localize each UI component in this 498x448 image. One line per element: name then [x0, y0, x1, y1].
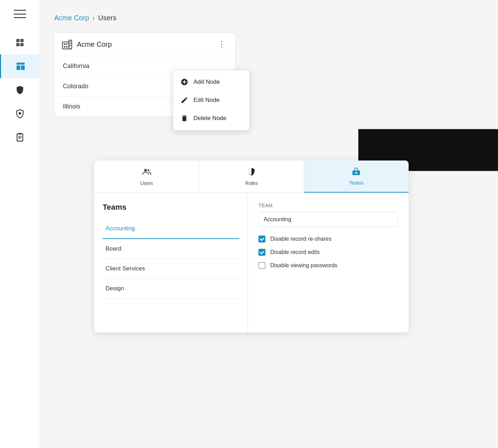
shield-icon: [14, 84, 25, 96]
teams-section-title: Teams: [103, 203, 239, 212]
breadcrumb-link[interactable]: Acme Corp: [54, 14, 89, 22]
breadcrumb-separator: ›: [93, 14, 95, 22]
teams-list: Teams Accounting Board Client Services D…: [94, 193, 248, 333]
svg-rect-19: [70, 42, 71, 43]
main-content: Acme Corp › Users Acme Corp: [40, 0, 498, 448]
svg-point-26: [147, 169, 149, 171]
svg-rect-2: [16, 43, 20, 46]
delete-node-icon: [180, 114, 189, 122]
detail-card: Users Roles: [94, 160, 409, 333]
team-detail-label: Team: [258, 203, 398, 208]
team-item-design[interactable]: Design: [103, 279, 239, 299]
checkbox-row-viewing: Disable viewing passwords: [258, 262, 398, 269]
svg-rect-3: [20, 43, 23, 46]
checkbox-viewing-label: Disable viewing passwords: [270, 262, 337, 269]
svg-rect-1: [20, 39, 23, 42]
context-menu-add-node[interactable]: Add Node: [173, 73, 249, 91]
teams-content: Teams Accounting Board Client Services D…: [94, 193, 409, 333]
sidebar-item-dashboard[interactable]: [0, 31, 40, 54]
svg-point-25: [144, 169, 147, 172]
tab-users[interactable]: Users: [94, 160, 199, 193]
sidebar-item-shield[interactable]: [0, 78, 40, 102]
svg-rect-20: [70, 43, 71, 44]
svg-rect-15: [64, 43, 65, 45]
delete-node-label: Delete Node: [193, 115, 227, 122]
svg-rect-14: [69, 40, 72, 49]
edit-node-label: Edit Node: [193, 97, 220, 104]
add-node-label: Add Node: [193, 79, 220, 85]
sidebar-item-layout[interactable]: [0, 54, 40, 78]
checkbox-row-edits: Disable record edits: [258, 249, 398, 256]
dashboard-icon: [14, 37, 25, 48]
tab-users-label: Users: [140, 180, 153, 186]
svg-rect-16: [66, 43, 67, 45]
svg-rect-17: [64, 46, 65, 47]
roles-tab-icon: [247, 167, 256, 178]
svg-rect-4: [16, 63, 24, 65]
building-icon: [61, 39, 73, 50]
svg-rect-9: [19, 133, 21, 135]
checkbox-reshares-label: Disable record re-shares: [270, 236, 331, 242]
checkbox-row-reshares: Disable record re-shares: [258, 236, 398, 242]
svg-rect-18: [66, 46, 67, 47]
checkbox-disable-reshares[interactable]: [258, 236, 265, 242]
tree-card-menu-button[interactable]: ⋮: [215, 38, 228, 50]
context-menu: Add Node Edit Node Delete Node: [173, 70, 250, 130]
checkbox-disable-viewing[interactable]: [258, 262, 265, 269]
svg-rect-13: [63, 42, 69, 49]
svg-rect-5: [16, 66, 20, 70]
teams-tab-icon: [352, 167, 361, 178]
clipboard-icon: [14, 132, 25, 143]
sidebar: [0, 0, 40, 448]
svg-rect-21: [70, 45, 71, 46]
team-name-input[interactable]: [258, 212, 398, 227]
sidebar-item-shield-alt[interactable]: [0, 102, 40, 126]
breadcrumb: Acme Corp › Users: [54, 14, 484, 22]
team-item-board[interactable]: Board: [103, 239, 239, 259]
tab-teams[interactable]: Teams: [304, 160, 409, 193]
context-menu-delete-node[interactable]: Delete Node: [173, 109, 249, 127]
tree-card-title: Acme Corp: [61, 39, 112, 50]
svg-point-7: [19, 112, 21, 114]
checkbox-edits-label: Disable record edits: [270, 249, 320, 255]
tab-roles-label: Roles: [245, 180, 258, 186]
tree-card-header: Acme Corp ⋮: [54, 33, 235, 56]
hamburger-menu[interactable]: [14, 10, 26, 18]
add-node-icon: [180, 78, 189, 86]
sidebar-item-clipboard[interactable]: [0, 126, 40, 149]
tabs: Users Roles: [94, 160, 409, 193]
tree-card-org-name: Acme Corp: [77, 40, 112, 48]
svg-rect-6: [21, 66, 24, 70]
shield-alt-icon: [14, 108, 25, 119]
tab-roles[interactable]: Roles: [199, 160, 304, 193]
context-menu-edit-node[interactable]: Edit Node: [173, 91, 249, 109]
svg-rect-0: [16, 39, 20, 42]
layout-icon: [15, 61, 26, 72]
team-detail: Team Disable record re-shares: [248, 193, 409, 333]
tab-teams-label: Teams: [349, 180, 364, 186]
users-tab-icon: [142, 167, 151, 178]
team-item-client-services[interactable]: Client Services: [103, 259, 239, 279]
checkbox-disable-edits[interactable]: [258, 249, 265, 256]
team-item-accounting[interactable]: Accounting: [103, 219, 239, 239]
breadcrumb-current: Users: [98, 14, 116, 22]
edit-node-icon: [180, 96, 189, 104]
